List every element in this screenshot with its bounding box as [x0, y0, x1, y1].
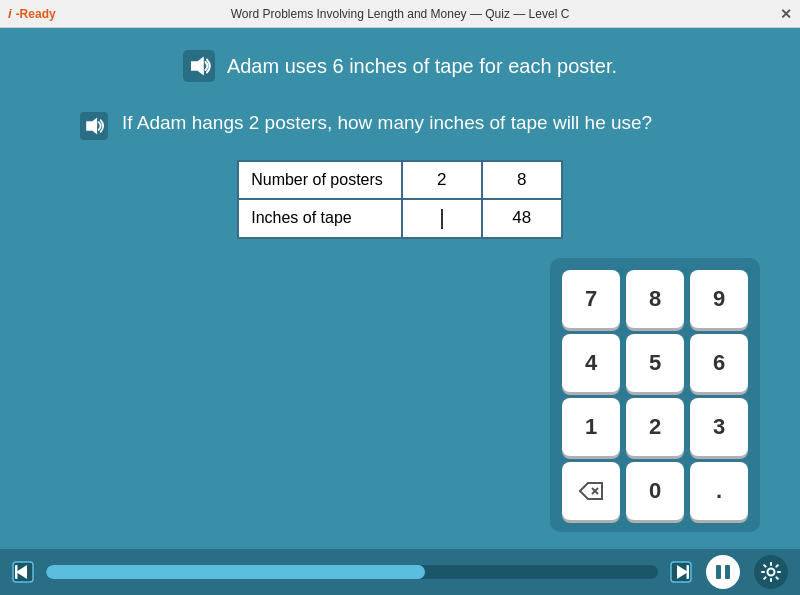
svg-rect-13	[725, 565, 730, 579]
row2-label: Inches of tape	[238, 199, 402, 238]
numpad-6[interactable]: 6	[690, 334, 748, 392]
row1-value-1: 2	[402, 161, 482, 199]
gear-icon	[761, 562, 781, 582]
problem-statement-text: Adam uses 6 inches of tape for each post…	[227, 55, 617, 78]
numpad-7[interactable]: 7	[562, 270, 620, 328]
svg-rect-11	[687, 565, 690, 579]
row1-value-2: 8	[482, 161, 562, 199]
row2-input-cell[interactable]	[402, 199, 482, 238]
close-button[interactable]: ✕	[780, 6, 792, 22]
table-row-1: Number of posters 2 8	[238, 161, 562, 199]
table-row-2: Inches of tape 48	[238, 199, 562, 238]
progress-bar-container	[46, 565, 658, 579]
question-area: If Adam hangs 2 posters, how many inches…	[0, 92, 800, 150]
data-table-container: Number of posters 2 8 Inches of tape 48	[0, 160, 800, 239]
numpad: 7 8 9 4 5 6 1 2 3 0 .	[550, 258, 760, 532]
prev-button[interactable]	[12, 561, 34, 583]
numpad-dot[interactable]: .	[690, 462, 748, 520]
pause-icon	[714, 563, 732, 581]
next-button[interactable]	[670, 561, 692, 583]
data-table: Number of posters 2 8 Inches of tape 48	[237, 160, 563, 239]
bottom-bar	[0, 549, 800, 595]
numpad-2[interactable]: 2	[626, 398, 684, 456]
numpad-1[interactable]: 1	[562, 398, 620, 456]
settings-button[interactable]	[754, 555, 788, 589]
svg-rect-12	[716, 565, 721, 579]
main-content: Adam uses 6 inches of tape for each post…	[0, 28, 800, 563]
progress-bar-fill	[46, 565, 425, 579]
numpad-4[interactable]: 4	[562, 334, 620, 392]
numpad-9[interactable]: 9	[690, 270, 748, 328]
row1-label: Number of posters	[238, 161, 402, 199]
prev-icon	[12, 561, 34, 583]
next-icon	[670, 561, 692, 583]
svg-rect-8	[15, 565, 18, 579]
numpad-3[interactable]: 3	[690, 398, 748, 456]
row2-value-2: 48	[482, 199, 562, 238]
numpad-backspace[interactable]	[562, 462, 620, 520]
title-bar: i -Ready Word Problems Involving Length …	[0, 0, 800, 28]
numpad-0[interactable]: 0	[626, 462, 684, 520]
problem-statement-area: Adam uses 6 inches of tape for each post…	[0, 28, 800, 92]
play-pause-button[interactable]	[706, 555, 740, 589]
question-text: If Adam hangs 2 posters, how many inches…	[122, 110, 652, 137]
numpad-8[interactable]: 8	[626, 270, 684, 328]
app-logo: i -Ready	[8, 6, 56, 21]
speaker-icon-2[interactable]	[80, 112, 108, 140]
text-cursor	[441, 209, 443, 229]
svg-point-14	[768, 569, 775, 576]
speaker-icon-1[interactable]	[183, 50, 215, 82]
window-title: Word Problems Involving Length and Money…	[231, 7, 570, 21]
numpad-5[interactable]: 5	[626, 334, 684, 392]
